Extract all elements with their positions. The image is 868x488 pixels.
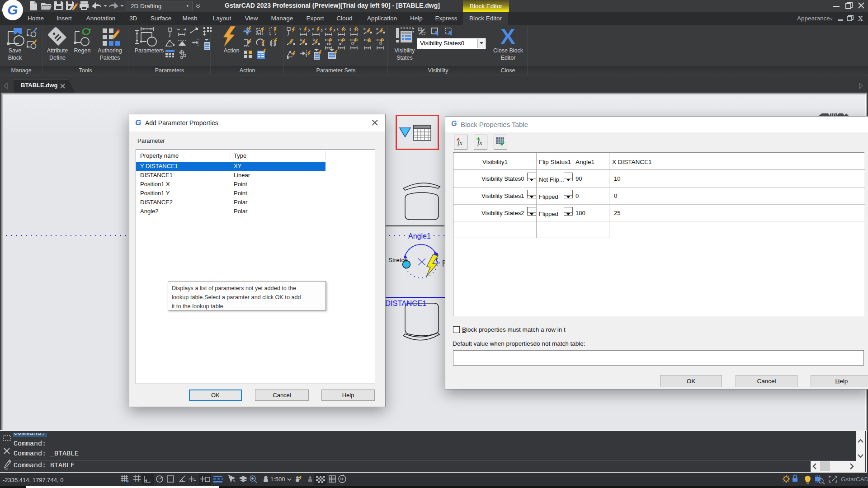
- svg-text:x: x: [312, 27, 314, 31]
- svg-text:x: x: [376, 27, 378, 31]
- svg-text:x: x: [299, 27, 302, 31]
- svg-text:GstarCAD: GstarCAD: [841, 476, 868, 483]
- svg-text:X: X: [858, 15, 863, 22]
- svg-text:xx: xx: [326, 42, 331, 46]
- svg-text:x: x: [325, 27, 327, 31]
- svg-text:x: x: [339, 42, 341, 46]
- svg-text:x: x: [363, 27, 366, 31]
- svg-text:fx: fx: [458, 139, 462, 146]
- svg-text:X: X: [500, 24, 515, 48]
- svg-text:1:500: 1:500: [270, 476, 285, 483]
